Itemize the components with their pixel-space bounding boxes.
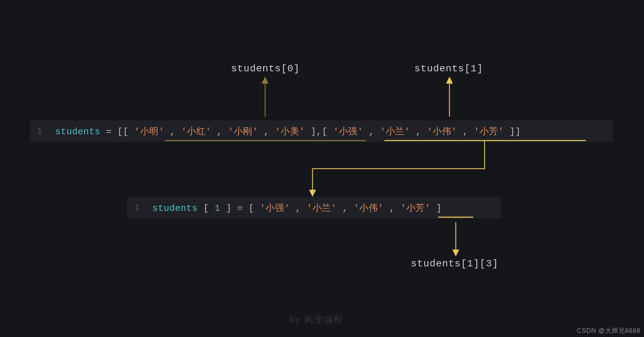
line-number: 1	[127, 202, 147, 213]
token-eq: =	[237, 203, 249, 214]
token-open: [[	[117, 127, 129, 137]
diagram-canvas: students[0] students[1] 1 students = [[ …	[0, 0, 644, 337]
token-comma: ,	[295, 203, 301, 214]
token-str: '小明'	[134, 127, 164, 137]
token-close: ]	[436, 203, 442, 214]
annotation-students-1: students[1]	[414, 63, 483, 74]
token-index: 1	[215, 203, 220, 214]
line-number: 1	[30, 126, 50, 136]
token-str: '小芳'	[401, 203, 431, 214]
token-comma: ,	[462, 127, 468, 137]
token-str: '小强'	[260, 203, 290, 214]
token-comma: ,	[264, 127, 269, 137]
watermark: by 风变编程	[290, 313, 343, 326]
annotation-students-0: students[0]	[231, 63, 300, 74]
token-open: [	[249, 203, 254, 214]
token-comma: ,	[342, 203, 348, 214]
corner-watermark: CSDN @大师兄6668	[577, 326, 640, 335]
token-bracket: [	[203, 203, 209, 214]
token-comma: ,	[369, 127, 374, 137]
token-str: '小芳'	[474, 127, 504, 137]
token-bracket: ]	[226, 203, 231, 214]
token-var: students	[55, 127, 100, 137]
token-str: '小兰'	[380, 127, 410, 137]
code-block-2: 1 students [ 1 ] = [ '小强' , '小兰' , '小伟' …	[127, 197, 501, 219]
token-mid: ],[	[310, 127, 327, 137]
annotation-students-1-3: students[1][3]	[411, 258, 498, 269]
connector-sublist-1-to-code2	[313, 141, 485, 193]
token-comma: ,	[389, 203, 395, 214]
token-var: students	[152, 203, 198, 214]
token-str: '小兰'	[307, 203, 337, 214]
token-str: '小红'	[181, 127, 211, 137]
token-str: '小刚'	[228, 127, 258, 137]
token-str: '小伟'	[354, 203, 383, 214]
token-str: '小伟'	[427, 127, 457, 137]
code-block-1: 1 students = [[ '小明' , '小红' , '小刚' , '小美…	[30, 120, 613, 142]
token-close: ]]	[510, 127, 521, 137]
overlay-svg	[0, 0, 644, 337]
token-eq: =	[106, 127, 117, 137]
token-comma: ,	[170, 127, 176, 137]
token-comma: ,	[416, 127, 421, 137]
token-comma: ,	[217, 127, 222, 137]
token-str: '小美'	[275, 127, 305, 137]
token-str: '小强'	[333, 127, 363, 137]
